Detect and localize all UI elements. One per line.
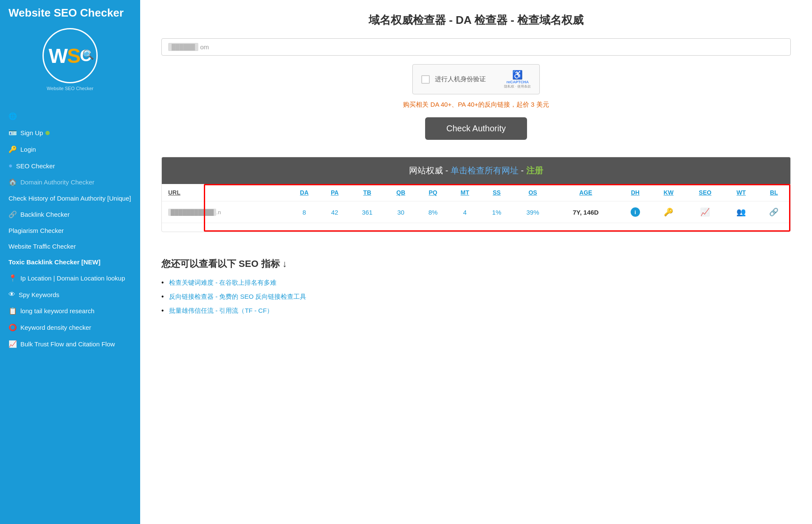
seo-link-item-1: • 检查关键词难度 - 在谷歌上排名有多难 [161,279,791,287]
cell-pq: 8% [417,201,449,223]
cell-tb: 361 [350,201,385,223]
col-header-kw: KW [651,184,685,201]
table-header-row: URL DA PA TB QB PQ MT SS OS AGE DH KW SE… [162,184,790,201]
col-header-pq: PQ [417,184,449,201]
sidebar-item-toxic[interactable]: Toxic Backlink Checker [NEW] [0,254,140,270]
page-title: 域名权威检查器 - DA 检查器 - 检查域名权威 [161,13,791,28]
col-header-ss: SS [480,184,513,201]
captcha-label: 进行人机身份验证 [435,75,504,83]
spy-keywords-icon: 👁 [8,291,15,298]
plagiarism-label: Plagiarism Checker [8,227,64,234]
col-header-seo: SEO [685,184,725,201]
keyword-density-icon: ⭕ [8,323,17,331]
url-input[interactable] [200,43,784,51]
main-content: 域名权威检查器 - DA 检查器 - 检查域名权威 ██████ 进行人机身份验… [140,0,812,524]
captcha-area: 进行人机身份验证 ♿ reCAPTCHA 隐私权 · 使用条款 [161,64,791,94]
sidebar-item-long-tail[interactable]: 📋 long tail keyword research [0,303,140,319]
logo-circle: W S C 🔍 [42,28,98,83]
cell-seo[interactable]: 📈 [685,201,725,223]
backlink-label: Backlink Checker [20,211,70,218]
sidebar-item-ip-location[interactable]: 📍 Ip Location | Domain Location lookup [0,270,140,286]
cell-pa: 42 [320,201,350,223]
cell-kw[interactable]: 🔑 [651,201,685,223]
below-section: 您还可以查看以下 SEO 指标 ↓ • 检查关键词难度 - 在谷歌上排名有多难 … [161,249,791,329]
cell-mt: 4 [449,201,481,223]
results-table: URL DA PA TB QB PQ MT SS OS AGE DH KW SE… [162,184,790,232]
cell-da: 8 [289,201,320,223]
cell-ss: 1% [480,201,513,223]
col-header-da: DA [289,184,320,201]
check-authority-button[interactable]: Check Authority [425,117,527,140]
col-header-dh: DH [619,184,651,201]
signup-icon: 🪪 [8,129,17,137]
toxic-label: Toxic Backlink Checker [NEW] [8,258,100,266]
cell-bl[interactable]: 🔗 [758,201,790,223]
seo-link-3[interactable]: 批量雄伟信任流 - 引用流（TF - CF） [169,307,273,314]
ip-location-label: Ip Location | Domain Location lookup [20,275,125,282]
sidebar-item-globe[interactable]: 🌐 [0,108,140,125]
cell-qb: 30 [385,201,417,223]
ip-location-icon: 📍 [8,274,17,282]
cell-os: 39% [513,201,553,223]
captcha-box: 进行人机身份验证 ♿ reCAPTCHA 隐私权 · 使用条款 [412,64,540,94]
check-all-link[interactable]: 单击检查所有网址 [451,166,519,175]
results-header-dash: - [521,166,526,175]
register-link[interactable]: 注册 [526,166,543,175]
sidebar-title: Website SEO Checker [8,6,132,20]
col-header-url: URL [162,184,289,201]
long-tail-icon: 📋 [8,307,17,315]
col-header-wt: WT [725,184,758,201]
results-header: 网站权威 - 单击检查所有网址 - 注册 [162,157,790,184]
col-header-mt: MT [449,184,481,201]
sidebar-nav: 🌐 🪪 Sign Up 🔑 Login ● SEO Checker 🏠 Doma… [0,104,140,357]
login-label: Login [20,146,36,153]
seo-link-item-3: • 批量雄伟信任流 - 引用流（TF - CF） [161,307,791,315]
seo-link-1[interactable]: 检查关键词难度 - 在谷歌上排名有多难 [169,279,276,286]
sidebar-item-seo-checker[interactable]: ● SEO Checker [0,158,140,174]
sidebar-item-backlink[interactable]: 🔗 Backlink Checker [0,206,140,223]
sidebar-item-bulk-trust[interactable]: 📈 Bulk Trust Flow and Citation Flow [0,336,140,352]
seo-link-2[interactable]: 反向链接检查器 - 免费的 SEO 反向链接检查工具 [169,293,306,300]
sidebar-item-check-history[interactable]: Check History of Domain Authority [Uniqu… [0,190,140,206]
sidebar-item-plagiarism[interactable]: Plagiarism Checker [0,223,140,238]
results-header-text: 网站权威 - [409,166,451,175]
captcha-checkbox[interactable] [421,75,430,84]
sidebar-item-traffic[interactable]: Website Traffic Checker [0,238,140,254]
sidebar-item-domain-authority[interactable]: 🏠 Domain Authority Checker [0,174,140,190]
sidebar-item-login[interactable]: 🔑 Login [0,141,140,158]
logo-area: W S C 🔍 Website SEO Checker [8,24,132,99]
sidebar-item-spy-keywords[interactable]: 👁 Spy Keywords [0,286,140,303]
long-tail-label: long tail keyword research [20,307,94,314]
col-header-age: AGE [553,184,619,201]
col-header-bl: BL [758,184,790,201]
cell-dh[interactable]: i [619,201,651,223]
bulk-trust-label: Bulk Trust Flow and Citation Flow [20,340,115,348]
col-header-pa: PA [320,184,350,201]
sidebar-item-signup[interactable]: 🪪 Sign Up [0,125,140,141]
sidebar: Website SEO Checker W S C 🔍 Website SEO … [0,0,140,524]
blurred-url: ██████ [168,43,198,51]
cell-age: 7Y, 146D [553,201,619,223]
col-header-qb: QB [385,184,417,201]
recaptcha-subtext: 隐私权 · 使用条款 [504,84,531,89]
traffic-label: Website Traffic Checker [8,243,76,250]
signup-badge [45,131,50,135]
results-section: 网站权威 - 单击检查所有网址 - 注册 URL DA PA TB QB PQ … [161,157,791,232]
seo-checker-icon: ● [8,162,13,170]
check-history-label: Check History of Domain Authority [Uniqu… [8,195,131,202]
table-wrapper: URL DA PA TB QB PQ MT SS OS AGE DH KW SE… [162,184,790,232]
logo-subtitle: Website SEO Checker [47,86,93,91]
table-row: ███████████.n 8 42 361 30 8% 4 1% 39% 7Y… [162,201,790,223]
seo-checker-label: SEO Checker [16,162,55,170]
promo-text: 购买相关 DA 40+、PA 40+的反向链接，起价 3 美元 [161,101,791,109]
url-input-wrapper: ██████ [161,38,791,56]
domain-authority-label: Domain Authority Checker [20,178,94,186]
keyword-density-label: Keyword density checker [20,324,91,331]
cell-url: ███████████.n [162,201,289,223]
sidebar-item-keyword-density[interactable]: ⭕ Keyword density checker [0,319,140,336]
domain-authority-icon: 🏠 [8,178,17,186]
spy-keywords-label: Spy Keywords [19,291,59,298]
cell-wt[interactable]: 👥 [725,201,758,223]
spacer-row [162,223,790,232]
recaptcha-logo: ♿ reCAPTCHA 隐私权 · 使用条款 [504,70,531,89]
